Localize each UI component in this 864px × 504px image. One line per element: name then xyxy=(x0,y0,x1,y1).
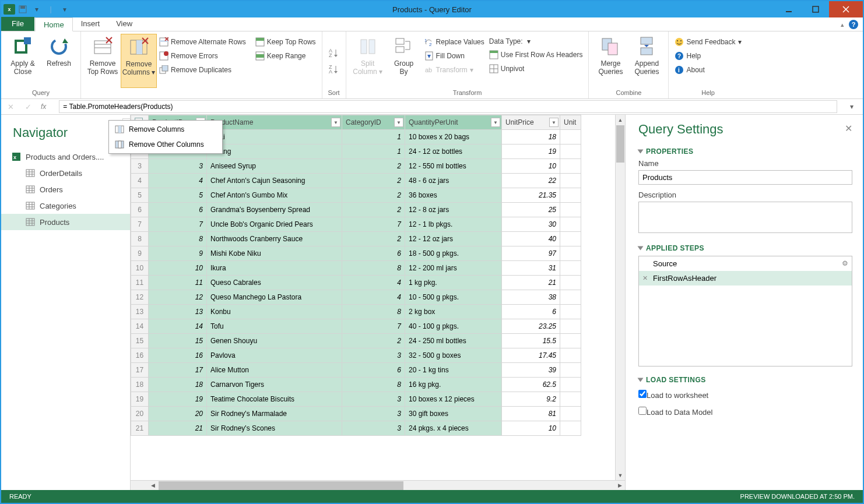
column-header-categoryid[interactable]: CategoryID▼ xyxy=(342,115,405,130)
column-header-productname[interactable]: ProductName▼ xyxy=(207,115,342,130)
cell-categoryid[interactable]: 7 xyxy=(342,319,405,334)
cell-unit[interactable] xyxy=(560,363,581,378)
cell-categoryid[interactable]: 1 xyxy=(342,144,405,159)
cell-categoryid[interactable]: 3 xyxy=(342,407,405,421)
cell-categoryid[interactable]: 3 xyxy=(342,348,405,363)
cell-unit[interactable] xyxy=(560,421,581,436)
cell-productname[interactable]: Queso Cabrales xyxy=(207,276,342,290)
column-header-unit[interactable]: Unit xyxy=(560,115,581,130)
tab-insert[interactable]: Insert xyxy=(73,17,108,31)
cell-productname[interactable]: Carnarvon Tigers xyxy=(207,378,342,392)
send-feedback-button[interactable]: Send Feedback ▾ xyxy=(672,36,743,48)
cell-unitprice[interactable]: 6 xyxy=(502,305,560,319)
row-index[interactable]: 16 xyxy=(131,348,149,363)
cell-unit[interactable] xyxy=(560,348,581,363)
row-index[interactable]: 17 xyxy=(131,363,149,378)
row-index[interactable]: 12 xyxy=(131,290,149,305)
row-index[interactable]: 9 xyxy=(131,246,149,261)
load-worksheet-checkbox[interactable] xyxy=(638,390,647,398)
cell-quantityperunit[interactable]: 24 pkgs. x 4 pieces xyxy=(405,421,502,436)
fill-down-button[interactable]: Fill Down xyxy=(422,50,487,62)
cell-productid[interactable]: 16 xyxy=(149,348,207,363)
cell-categoryid[interactable]: 6 xyxy=(342,246,405,261)
table-row[interactable]: 55Chef Anton's Gumbo Mix236 boxes21.35 xyxy=(131,188,581,203)
cell-productid[interactable]: 11 xyxy=(149,276,207,290)
cell-quantityperunit[interactable]: 12 - 550 ml bottles xyxy=(405,159,502,174)
cell-productname[interactable]: Uncle Bob's Organic Dried Pears xyxy=(207,217,342,232)
filter-icon[interactable]: ▼ xyxy=(331,118,340,127)
cell-productid[interactable]: 13 xyxy=(149,305,207,319)
cell-unitprice[interactable]: 21 xyxy=(502,276,560,290)
cell-categoryid[interactable]: 2 xyxy=(342,334,405,348)
table-row[interactable]: 1313Konbu82 kg box6 xyxy=(131,305,581,319)
nav-item-orderdetails[interactable]: OrderDetails xyxy=(1,165,130,181)
qat-customize-icon[interactable]: ▼ xyxy=(58,3,71,16)
cell-unit[interactable] xyxy=(560,246,581,261)
remove-alternate-button[interactable]: Remove Alternate Rows xyxy=(157,36,248,48)
row-index[interactable]: 20 xyxy=(131,407,149,421)
menu-remove-columns[interactable]: Remove Columns xyxy=(110,122,221,137)
properties-heading[interactable]: PROPERTIES xyxy=(638,147,852,156)
table-row[interactable]: 1414Tofu740 - 100 g pkgs.23.25 xyxy=(131,319,581,334)
cell-unit[interactable] xyxy=(560,392,581,407)
merge-queries-button[interactable]: Merge Queries xyxy=(592,34,628,88)
cell-productname[interactable]: Queso Manchego La Pastora xyxy=(207,290,342,305)
cell-quantityperunit[interactable]: 48 - 6 oz jars xyxy=(405,174,502,188)
cell-productname[interactable]: Teatime Chocolate Biscuits xyxy=(207,392,342,407)
help-button[interactable]: ?Help xyxy=(672,50,743,62)
cell-productid[interactable]: 18 xyxy=(149,378,207,392)
apply-close-button[interactable]: Apply & Close xyxy=(5,34,41,88)
filter-icon[interactable]: ▼ xyxy=(491,118,500,127)
cell-unitprice[interactable]: 81 xyxy=(502,407,560,421)
tab-view[interactable]: View xyxy=(108,17,141,31)
scroll-thumb-v[interactable] xyxy=(616,125,624,163)
cell-categoryid[interactable]: 2 xyxy=(342,232,405,246)
close-button[interactable] xyxy=(829,1,863,17)
cell-unit[interactable] xyxy=(560,159,581,174)
sort-desc-button[interactable]: ZA xyxy=(329,65,339,74)
group-by-button[interactable]: Group By xyxy=(386,34,422,88)
cell-unit[interactable] xyxy=(560,174,581,188)
formula-accept-icon[interactable]: ✓ xyxy=(23,103,33,111)
qat-dropdown-icon[interactable]: ▾ xyxy=(30,3,43,16)
nav-item-products[interactable]: Products xyxy=(1,214,130,230)
formula-input[interactable] xyxy=(59,100,837,113)
data-type-button[interactable]: Data Type: ▾ xyxy=(487,36,585,47)
gear-icon[interactable]: ⚙ xyxy=(842,259,848,267)
row-index[interactable]: 5 xyxy=(131,188,149,203)
cell-unitprice[interactable]: 17.45 xyxy=(502,348,560,363)
row-index[interactable]: 13 xyxy=(131,305,149,319)
cell-quantityperunit[interactable]: 20 - 1 kg tins xyxy=(405,363,502,378)
cell-unitprice[interactable]: 62.5 xyxy=(502,378,560,392)
cell-quantityperunit[interactable]: 12 - 1 lb pkgs. xyxy=(405,217,502,232)
cell-quantityperunit[interactable]: 2 kg box xyxy=(405,305,502,319)
table-row[interactable]: 2121Sir Rodney's Scones324 pkgs. x 4 pie… xyxy=(131,421,581,436)
applied-steps-heading[interactable]: APPLIED STEPS xyxy=(638,244,852,252)
cell-unit[interactable] xyxy=(560,290,581,305)
refresh-button[interactable]: Refresh xyxy=(41,34,77,88)
cell-productname[interactable]: Mishi Kobe Niku xyxy=(207,246,342,261)
cell-unit[interactable] xyxy=(560,305,581,319)
load-datamodel-check[interactable]: Load to Data Model xyxy=(638,404,852,419)
cell-categoryid[interactable]: 2 xyxy=(342,159,405,174)
cell-unitprice[interactable]: 22 xyxy=(502,174,560,188)
tab-home[interactable]: Home xyxy=(35,17,73,31)
cell-productname[interactable]: Konbu xyxy=(207,305,342,319)
row-index[interactable]: 6 xyxy=(131,203,149,217)
horizontal-scrollbar[interactable]: ◀ ▶ xyxy=(131,480,625,490)
cell-unitprice[interactable]: 10 xyxy=(502,421,560,436)
cell-categoryid[interactable]: 2 xyxy=(342,203,405,217)
step-source[interactable]: Source⚙ xyxy=(639,256,852,271)
cell-unit[interactable] xyxy=(560,319,581,334)
row-index[interactable]: 21 xyxy=(131,421,149,436)
formula-expand-icon[interactable]: ▾ xyxy=(845,103,858,111)
cell-categoryid[interactable]: 6 xyxy=(342,363,405,378)
cell-unitprice[interactable]: 30 xyxy=(502,217,560,232)
cell-unit[interactable] xyxy=(560,130,581,144)
table-row[interactable]: 1212Queso Manchego La Pastora410 - 500 g… xyxy=(131,290,581,305)
cell-quantityperunit[interactable]: 32 - 500 g boxes xyxy=(405,348,502,363)
cell-categoryid[interactable]: 1 xyxy=(342,130,405,144)
load-worksheet-check[interactable]: Load to worksheet xyxy=(638,387,852,402)
cell-productname[interactable]: Pavlova xyxy=(207,348,342,363)
row-index[interactable]: 11 xyxy=(131,276,149,290)
